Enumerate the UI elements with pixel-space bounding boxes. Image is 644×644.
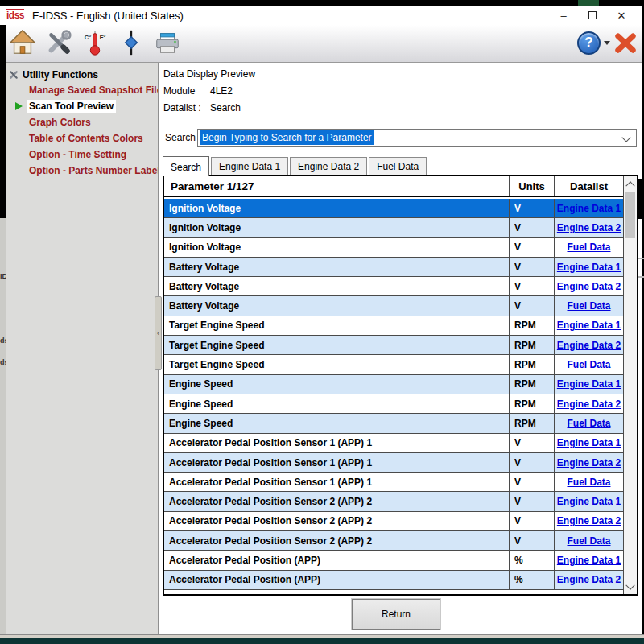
units-cell: V — [510, 531, 555, 550]
datalist-link[interactable]: Engine Data 1 — [557, 437, 621, 448]
sidebar-item-option-time-setting[interactable]: Option - Time Setting — [6, 147, 158, 163]
table-row[interactable]: Battery VoltageVEngine Data 1 — [164, 258, 623, 277]
home-button[interactable] — [7, 27, 38, 58]
table-row[interactable]: Ignition VoltageVFuel Data — [164, 238, 623, 258]
tab-engine-data-2[interactable]: Engine Data 2 — [290, 157, 367, 175]
svg-text:C°: C° — [85, 34, 92, 41]
datalist-link[interactable]: Engine Data 2 — [557, 398, 621, 410]
chevron-down-icon — [625, 580, 634, 589]
table-row[interactable]: Accelerator Pedal Position Sensor 2 (APP… — [164, 512, 623, 531]
table-row[interactable]: Accelerator Pedal Position Sensor 2 (APP… — [164, 492, 623, 511]
table-row[interactable]: Target Engine SpeedRPMEngine Data 1 — [164, 316, 623, 336]
table-scrollbar[interactable] — [623, 176, 637, 594]
table-row[interactable]: Accelerator Pedal Position (APP)%Engine … — [164, 571, 623, 590]
datalist-link[interactable]: Engine Data 2 — [557, 574, 621, 585]
datalist-link[interactable]: Fuel Data — [567, 418, 610, 429]
datalist-link[interactable]: Fuel Data — [567, 535, 610, 547]
datalist-link[interactable]: Engine Data 2 — [557, 457, 621, 469]
maximize-icon — [588, 11, 597, 19]
units-cell: V — [510, 277, 555, 295]
sidebar-item-table-of-contents-colors[interactable]: Table of Contents Colors — [6, 130, 158, 147]
parameter-cell: Target Engine Speed — [164, 316, 510, 335]
units-cell: V — [510, 238, 555, 257]
datalist-link[interactable]: Fuel Data — [567, 359, 610, 370]
datalist-link[interactable]: Fuel Data — [567, 477, 610, 488]
chevron-down-icon[interactable] — [621, 133, 630, 142]
parameter-cell: Battery Voltage — [164, 277, 510, 295]
exit-icon[interactable] — [613, 31, 638, 55]
datalist-link[interactable]: Engine Data 1 — [557, 555, 621, 566]
table-row[interactable]: Accelerator Pedal Position Sensor 1 (APP… — [164, 434, 623, 453]
tab-engine-data-1[interactable]: Engine Data 1 — [211, 157, 288, 175]
partial-row — [164, 590, 623, 594]
help-button[interactable]: ? — [577, 31, 601, 55]
datalist-link[interactable]: Fuel Data — [567, 300, 610, 312]
table-row[interactable]: Battery VoltageVEngine Data 2 — [164, 277, 623, 296]
print-button[interactable] — [152, 27, 183, 58]
sidebar-item-scan-tool-preview[interactable]: Scan Tool Preview — [6, 98, 158, 114]
help-dropdown-caret[interactable] — [604, 41, 610, 45]
units-cell: V — [510, 473, 555, 491]
parameter-cell: Engine Speed — [164, 375, 510, 394]
datalist-cell: Engine Data 2 — [555, 453, 623, 472]
selection-arrow-icon — [15, 102, 23, 110]
adjust-settings-button[interactable] — [116, 27, 147, 58]
parameter-cell: Engine Speed — [164, 414, 510, 432]
maximize-button[interactable] — [578, 10, 607, 22]
parameter-cell: Accelerator Pedal Position (APP) — [164, 571, 510, 589]
return-button[interactable]: Return — [352, 599, 440, 630]
table-row[interactable]: Target Engine SpeedRPMFuel Data — [164, 355, 623, 374]
datalist-link[interactable]: Engine Data 1 — [557, 378, 621, 390]
titlebar: idss E-IDSS - English (United States) – … — [0, 6, 644, 25]
minimize-button[interactable]: – — [549, 10, 578, 22]
sidebar-root-label: Utility Functions — [23, 69, 98, 80]
table-row[interactable]: Battery VoltageVFuel Data — [164, 296, 623, 316]
datalist-cell: Engine Data 2 — [555, 277, 623, 295]
units-temperature-button[interactable]: C° F° — [80, 27, 110, 58]
close-button[interactable]: ✕ — [607, 10, 636, 22]
scroll-down-button[interactable] — [624, 580, 637, 594]
datalist-link[interactable]: Engine Data 1 — [557, 262, 621, 273]
clipped-text-fragment: ds — [0, 336, 6, 345]
units-cell: RPM — [510, 414, 555, 432]
utility-tools-button[interactable] — [43, 27, 74, 58]
parameter-cell: Target Engine Speed — [164, 336, 510, 354]
tab-search[interactable]: Search — [163, 156, 209, 176]
table-row[interactable]: Accelerator Pedal Position Sensor 2 (APP… — [164, 531, 623, 551]
units-cell: V — [510, 453, 555, 472]
datalist-link[interactable]: Engine Data 2 — [557, 515, 621, 526]
tools-icon — [44, 28, 73, 57]
tab-fuel-data[interactable]: Fuel Data — [369, 157, 427, 175]
table-row[interactable]: Engine SpeedRPMFuel Data — [164, 414, 623, 433]
datalist-link[interactable]: Engine Data 1 — [557, 496, 621, 507]
datalist-link[interactable]: Engine Data 2 — [557, 222, 621, 233]
sidebar-item-option-parts-number-label-pr[interactable]: Option - Parts Number Label Pr — [6, 163, 158, 179]
datalist-link[interactable]: Fuel Data — [567, 242, 610, 253]
table-row[interactable]: Engine SpeedRPMEngine Data 1 — [164, 375, 623, 394]
table-row[interactable]: Ignition VoltageVEngine Data 1 — [164, 199, 623, 218]
sidebar-collapse-handle[interactable]: ‹ — [155, 296, 162, 370]
table-row[interactable]: Accelerator Pedal Position (APP)%Engine … — [164, 551, 623, 570]
scroll-up-button[interactable] — [624, 176, 637, 190]
table-header-row: Parameter 1/127 Units Datalist — [164, 176, 623, 197]
datalist-label: Datalist : — [163, 102, 205, 114]
datalist-link[interactable]: Engine Data 1 — [557, 320, 621, 331]
left-edge-strip — [0, 25, 6, 218]
scrollbar-thumb[interactable] — [625, 192, 635, 238]
datalist-link[interactable]: Engine Data 2 — [557, 340, 621, 351]
table-row[interactable]: Target Engine SpeedRPMEngine Data 2 — [164, 336, 623, 355]
table-row[interactable]: Engine SpeedRPMEngine Data 2 — [164, 394, 623, 414]
sidebar-item-manage-saved-snapshot-files[interactable]: Manage Saved Snapshot Files — [6, 82, 158, 98]
datalist-value: Search — [210, 102, 241, 114]
table-row[interactable]: Accelerator Pedal Position Sensor 1 (APP… — [164, 453, 623, 473]
units-cell: V — [510, 512, 555, 530]
sidebar-item-graph-colors[interactable]: Graph Colors — [6, 114, 158, 130]
datalist-link[interactable]: Engine Data 1 — [557, 203, 621, 214]
module-label: Module — [163, 85, 205, 97]
datalist-link[interactable]: Engine Data 2 — [557, 281, 621, 292]
table-row[interactable]: Ignition VoltageVEngine Data 2 — [164, 218, 623, 237]
search-input[interactable]: Begin Typing to Search for a Parameter — [197, 129, 637, 147]
sidebar-root[interactable]: Utility Functions — [8, 69, 158, 80]
background-artifact — [638, 258, 644, 259]
table-row[interactable]: Accelerator Pedal Position Sensor 1 (APP… — [164, 473, 623, 492]
